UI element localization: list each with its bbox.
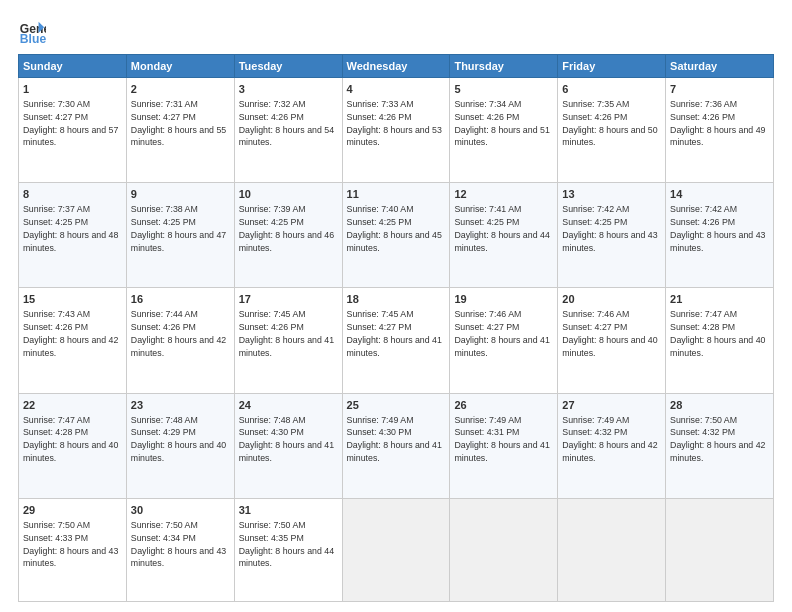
table-row: 20 Sunrise: 7:46 AMSunset: 4:27 PMDaylig… — [558, 288, 666, 393]
table-row: 18 Sunrise: 7:45 AMSunset: 4:27 PMDaylig… — [342, 288, 450, 393]
table-row — [342, 498, 450, 601]
cell-content: Sunrise: 7:46 AMSunset: 4:27 PMDaylight:… — [454, 309, 549, 358]
table-row — [450, 498, 558, 601]
logo-icon: General Blue — [18, 18, 46, 46]
table-row: 19 Sunrise: 7:46 AMSunset: 4:27 PMDaylig… — [450, 288, 558, 393]
cell-content: Sunrise: 7:35 AMSunset: 4:26 PMDaylight:… — [562, 99, 657, 148]
cell-content: Sunrise: 7:34 AMSunset: 4:26 PMDaylight:… — [454, 99, 549, 148]
cell-content: Sunrise: 7:46 AMSunset: 4:27 PMDaylight:… — [562, 309, 657, 358]
table-row: 5 Sunrise: 7:34 AMSunset: 4:26 PMDayligh… — [450, 78, 558, 183]
cell-content: Sunrise: 7:38 AMSunset: 4:25 PMDaylight:… — [131, 204, 226, 253]
day-number: 30 — [131, 503, 230, 518]
table-row: 15 Sunrise: 7:43 AMSunset: 4:26 PMDaylig… — [19, 288, 127, 393]
day-number: 19 — [454, 292, 553, 307]
day-number: 1 — [23, 82, 122, 97]
table-row: 29 Sunrise: 7:50 AMSunset: 4:33 PMDaylig… — [19, 498, 127, 601]
table-row — [558, 498, 666, 601]
table-row: 27 Sunrise: 7:49 AMSunset: 4:32 PMDaylig… — [558, 393, 666, 498]
table-row: 16 Sunrise: 7:44 AMSunset: 4:26 PMDaylig… — [126, 288, 234, 393]
day-number: 18 — [347, 292, 446, 307]
day-number: 3 — [239, 82, 338, 97]
cell-content: Sunrise: 7:33 AMSunset: 4:26 PMDaylight:… — [347, 99, 442, 148]
day-number: 13 — [562, 187, 661, 202]
table-row: 21 Sunrise: 7:47 AMSunset: 4:28 PMDaylig… — [666, 288, 774, 393]
cell-content: Sunrise: 7:47 AMSunset: 4:28 PMDaylight:… — [670, 309, 765, 358]
table-row: 4 Sunrise: 7:33 AMSunset: 4:26 PMDayligh… — [342, 78, 450, 183]
cell-content: Sunrise: 7:49 AMSunset: 4:32 PMDaylight:… — [562, 415, 657, 464]
cell-content: Sunrise: 7:42 AMSunset: 4:25 PMDaylight:… — [562, 204, 657, 253]
day-number: 26 — [454, 398, 553, 413]
cell-content: Sunrise: 7:50 AMSunset: 4:33 PMDaylight:… — [23, 520, 118, 569]
table-row: 12 Sunrise: 7:41 AMSunset: 4:25 PMDaylig… — [450, 183, 558, 288]
day-number: 22 — [23, 398, 122, 413]
cell-content: Sunrise: 7:39 AMSunset: 4:25 PMDaylight:… — [239, 204, 334, 253]
cell-content: Sunrise: 7:48 AMSunset: 4:30 PMDaylight:… — [239, 415, 334, 464]
day-number: 27 — [562, 398, 661, 413]
day-number: 20 — [562, 292, 661, 307]
table-row: 13 Sunrise: 7:42 AMSunset: 4:25 PMDaylig… — [558, 183, 666, 288]
cell-content: Sunrise: 7:30 AMSunset: 4:27 PMDaylight:… — [23, 99, 118, 148]
cell-content: Sunrise: 7:50 AMSunset: 4:32 PMDaylight:… — [670, 415, 765, 464]
cell-content: Sunrise: 7:42 AMSunset: 4:26 PMDaylight:… — [670, 204, 765, 253]
calendar-header-row: Sunday Monday Tuesday Wednesday Thursday… — [19, 55, 774, 78]
cell-content: Sunrise: 7:43 AMSunset: 4:26 PMDaylight:… — [23, 309, 118, 358]
cell-content: Sunrise: 7:44 AMSunset: 4:26 PMDaylight:… — [131, 309, 226, 358]
day-number: 31 — [239, 503, 338, 518]
calendar-table: Sunday Monday Tuesday Wednesday Thursday… — [18, 54, 774, 602]
table-row: 28 Sunrise: 7:50 AMSunset: 4:32 PMDaylig… — [666, 393, 774, 498]
day-number: 12 — [454, 187, 553, 202]
table-row: 22 Sunrise: 7:47 AMSunset: 4:28 PMDaylig… — [19, 393, 127, 498]
table-row: 23 Sunrise: 7:48 AMSunset: 4:29 PMDaylig… — [126, 393, 234, 498]
day-number: 7 — [670, 82, 769, 97]
table-row: 31 Sunrise: 7:50 AMSunset: 4:35 PMDaylig… — [234, 498, 342, 601]
col-thursday: Thursday — [450, 55, 558, 78]
cell-content: Sunrise: 7:40 AMSunset: 4:25 PMDaylight:… — [347, 204, 442, 253]
table-row: 1 Sunrise: 7:30 AMSunset: 4:27 PMDayligh… — [19, 78, 127, 183]
table-row: 26 Sunrise: 7:49 AMSunset: 4:31 PMDaylig… — [450, 393, 558, 498]
cell-content: Sunrise: 7:32 AMSunset: 4:26 PMDaylight:… — [239, 99, 334, 148]
table-row — [666, 498, 774, 601]
logo: General Blue — [18, 18, 46, 46]
day-number: 11 — [347, 187, 446, 202]
table-row: 7 Sunrise: 7:36 AMSunset: 4:26 PMDayligh… — [666, 78, 774, 183]
day-number: 6 — [562, 82, 661, 97]
day-number: 29 — [23, 503, 122, 518]
table-row: 30 Sunrise: 7:50 AMSunset: 4:34 PMDaylig… — [126, 498, 234, 601]
page: General Blue Sunday Monday Tuesday Wedne… — [0, 0, 792, 612]
day-number: 10 — [239, 187, 338, 202]
day-number: 16 — [131, 292, 230, 307]
day-number: 5 — [454, 82, 553, 97]
table-row: 11 Sunrise: 7:40 AMSunset: 4:25 PMDaylig… — [342, 183, 450, 288]
col-tuesday: Tuesday — [234, 55, 342, 78]
day-number: 15 — [23, 292, 122, 307]
table-row: 14 Sunrise: 7:42 AMSunset: 4:26 PMDaylig… — [666, 183, 774, 288]
cell-content: Sunrise: 7:41 AMSunset: 4:25 PMDaylight:… — [454, 204, 549, 253]
cell-content: Sunrise: 7:49 AMSunset: 4:30 PMDaylight:… — [347, 415, 442, 464]
cell-content: Sunrise: 7:45 AMSunset: 4:27 PMDaylight:… — [347, 309, 442, 358]
day-number: 28 — [670, 398, 769, 413]
day-number: 14 — [670, 187, 769, 202]
cell-content: Sunrise: 7:50 AMSunset: 4:34 PMDaylight:… — [131, 520, 226, 569]
day-number: 8 — [23, 187, 122, 202]
cell-content: Sunrise: 7:49 AMSunset: 4:31 PMDaylight:… — [454, 415, 549, 464]
cell-content: Sunrise: 7:47 AMSunset: 4:28 PMDaylight:… — [23, 415, 118, 464]
table-row: 8 Sunrise: 7:37 AMSunset: 4:25 PMDayligh… — [19, 183, 127, 288]
day-number: 21 — [670, 292, 769, 307]
col-monday: Monday — [126, 55, 234, 78]
day-number: 4 — [347, 82, 446, 97]
table-row: 6 Sunrise: 7:35 AMSunset: 4:26 PMDayligh… — [558, 78, 666, 183]
col-saturday: Saturday — [666, 55, 774, 78]
table-row: 24 Sunrise: 7:48 AMSunset: 4:30 PMDaylig… — [234, 393, 342, 498]
day-number: 25 — [347, 398, 446, 413]
table-row: 2 Sunrise: 7:31 AMSunset: 4:27 PMDayligh… — [126, 78, 234, 183]
day-number: 9 — [131, 187, 230, 202]
col-wednesday: Wednesday — [342, 55, 450, 78]
table-row: 3 Sunrise: 7:32 AMSunset: 4:26 PMDayligh… — [234, 78, 342, 183]
cell-content: Sunrise: 7:48 AMSunset: 4:29 PMDaylight:… — [131, 415, 226, 464]
header: General Blue — [18, 18, 774, 46]
cell-content: Sunrise: 7:31 AMSunset: 4:27 PMDaylight:… — [131, 99, 226, 148]
day-number: 24 — [239, 398, 338, 413]
day-number: 23 — [131, 398, 230, 413]
cell-content: Sunrise: 7:45 AMSunset: 4:26 PMDaylight:… — [239, 309, 334, 358]
col-sunday: Sunday — [19, 55, 127, 78]
